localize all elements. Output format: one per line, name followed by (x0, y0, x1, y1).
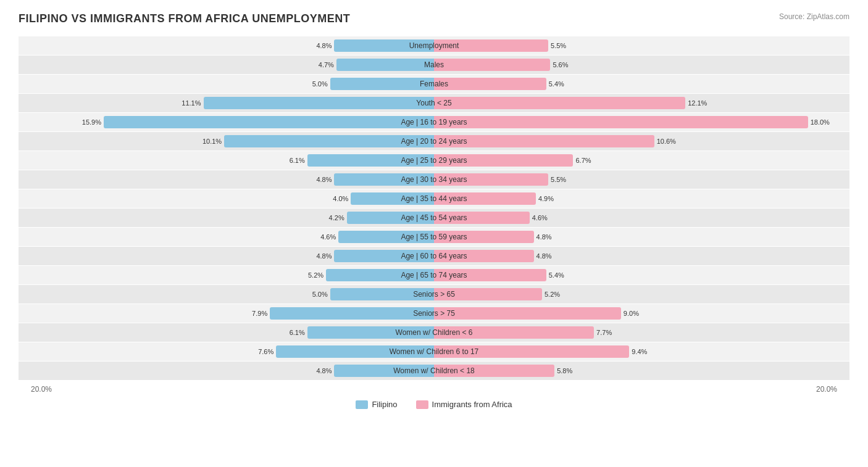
value-right: 5.5% (548, 42, 566, 49)
right-section: 6.7% (434, 152, 849, 169)
axis-left: 20.0% (19, 385, 434, 394)
value-right: 5.8% (554, 367, 572, 374)
bar-right (434, 39, 548, 52)
value-right: 9.0% (621, 310, 639, 317)
bar-left (334, 365, 434, 377)
value-left: 5.0% (312, 291, 330, 298)
right-section: 5.4% (434, 75, 849, 93)
bar-left (334, 173, 434, 186)
bar-right (434, 269, 546, 281)
bar-left (334, 250, 434, 262)
bar-left (336, 59, 434, 71)
value-right: 5.5% (548, 176, 566, 183)
left-section: 4.0% (19, 190, 434, 207)
chart-row: 5.0%5.4%Females (19, 75, 849, 93)
value-right: 6.7% (573, 157, 591, 164)
left-section: 4.2% (19, 209, 434, 226)
bar-right (434, 365, 554, 377)
value-right: 12.1% (685, 99, 707, 107)
bar-right (434, 212, 530, 224)
value-left: 4.0% (333, 195, 351, 202)
value-left: 6.1% (290, 329, 307, 336)
value-right: 5.2% (542, 291, 560, 298)
bar-left (326, 269, 434, 281)
left-section: 4.8% (19, 247, 434, 265)
bar-right (434, 250, 534, 262)
value-right: 18.0% (808, 118, 830, 126)
left-section: 6.1% (19, 324, 434, 341)
value-right: 4.9% (536, 195, 554, 202)
bar-left (330, 78, 434, 90)
bar-right (434, 288, 542, 300)
left-section: 10.1% (19, 133, 434, 150)
chart-container: FILIPINO VS IMMIGRANTS FROM AFRICA UNEMP… (0, 0, 868, 428)
chart-row: 7.6%9.4%Women w/ Children 6 to 17 (19, 342, 849, 361)
bar-right (434, 192, 536, 205)
legend-label-left: Filipino (372, 400, 397, 409)
value-left: 7.6% (258, 348, 276, 355)
left-section: 11.1% (19, 94, 434, 112)
bar-right (434, 345, 629, 358)
bar-right (434, 59, 550, 71)
chart-row: 5.2%5.4%Age | 65 to 74 years (19, 266, 849, 284)
chart-title: FILIPINO VS IMMIGRANTS FROM AFRICA UNEMP… (19, 12, 350, 25)
bar-right (434, 116, 808, 128)
legend-item-right: Immigrants from Africa (416, 400, 512, 409)
left-section: 4.6% (19, 228, 434, 246)
value-left: 4.8% (316, 176, 334, 183)
chart-row: 4.2%4.6%Age | 45 to 54 years (19, 209, 849, 227)
right-section: 4.8% (434, 228, 849, 246)
bar-left (347, 212, 434, 224)
left-section: 5.0% (19, 286, 434, 303)
right-section: 4.6% (434, 209, 849, 226)
value-left: 5.0% (312, 80, 330, 88)
value-left: 4.8% (316, 252, 334, 260)
chart-row: 4.0%4.9%Age | 35 to 44 years (19, 189, 849, 208)
value-left: 11.1% (182, 99, 203, 107)
value-right: 7.7% (594, 329, 612, 336)
left-section: 5.2% (19, 267, 434, 284)
legend-item-left: Filipino (356, 400, 397, 409)
value-right: 5.4% (546, 80, 564, 88)
bar-right (434, 307, 621, 320)
bar-left (270, 307, 434, 320)
bar-right (434, 154, 573, 167)
bar-left (204, 97, 435, 109)
bar-left (338, 231, 434, 243)
value-right: 4.6% (530, 214, 548, 221)
bar-right (434, 326, 594, 339)
bar-right (434, 78, 546, 90)
chart-header: FILIPINO VS IMMIGRANTS FROM AFRICA UNEMP… (19, 12, 849, 25)
legend-color-left (356, 400, 368, 409)
value-left: 4.2% (329, 214, 347, 221)
left-section: 15.9% (19, 114, 434, 131)
right-section: 4.9% (434, 190, 849, 207)
value-right: 5.6% (550, 61, 568, 68)
chart-row: 15.9%18.0%Age | 16 to 19 years (19, 113, 849, 131)
bar-right (434, 173, 548, 186)
value-right: 4.8% (534, 252, 552, 260)
right-section: 5.8% (434, 362, 849, 379)
value-left: 7.9% (252, 310, 270, 317)
value-right: 4.8% (534, 233, 552, 241)
chart-row: 4.8%5.5%Unemployment (19, 36, 849, 55)
right-section: 12.1% (434, 94, 849, 112)
left-section: 5.0% (19, 75, 434, 93)
chart-row: 10.1%10.6%Age | 20 to 24 years (19, 132, 849, 151)
chart-row: 4.8%5.8%Women w/ Children < 18 (19, 362, 849, 380)
legend-color-right (416, 400, 428, 409)
chart-row: 4.8%4.8%Age | 60 to 64 years (19, 247, 849, 265)
axis-right: 20.0% (434, 385, 849, 394)
bar-left (276, 345, 434, 358)
left-section: 4.8% (19, 362, 434, 379)
left-section: 6.1% (19, 152, 434, 169)
right-section: 7.7% (434, 324, 849, 341)
value-left: 5.2% (308, 271, 326, 279)
right-section: 5.4% (434, 267, 849, 284)
chart-row: 11.1%12.1%Youth < 25 (19, 94, 849, 112)
right-section: 10.6% (434, 133, 849, 150)
right-section: 5.5% (434, 37, 849, 54)
right-section: 5.5% (434, 171, 849, 188)
value-left: 4.6% (320, 233, 338, 241)
bar-left (307, 326, 434, 339)
